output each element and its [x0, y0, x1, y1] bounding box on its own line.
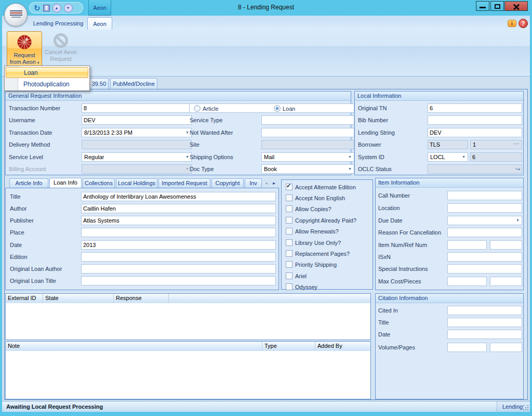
tab-copyright[interactable]: Copyright	[211, 178, 244, 188]
tab-local-holdings[interactable]: Local Holdings	[116, 178, 157, 188]
author-label: Author	[10, 205, 26, 212]
service-level-combo[interactable]: Regular▾	[82, 152, 192, 162]
cancel-aeon-label-line2: Request	[44, 56, 78, 62]
borrower-lookup-button[interactable]: ⋯	[512, 140, 521, 149]
tab-scroll-left-icon[interactable]: ◂	[263, 180, 270, 187]
username-input[interactable]	[82, 115, 192, 125]
close-button[interactable]	[504, 1, 528, 11]
maximize-button[interactable]	[490, 1, 504, 11]
checkbox-accept-alternate-edition[interactable]	[286, 184, 292, 190]
due-date-combo[interactable]: ▾	[447, 216, 522, 225]
checkbox-ariel[interactable]	[286, 272, 292, 279]
transaction-date-combo[interactable]: 8/13/2013 2:33 PM▾	[82, 128, 192, 137]
not-wanted-after-input[interactable]	[261, 128, 354, 137]
combo-arrow-icon[interactable]: ▾	[347, 165, 353, 173]
checkbox-odyssey[interactable]	[286, 283, 292, 290]
combo-arrow-icon[interactable]: ▾	[460, 153, 467, 161]
checkbox-allow-renewals[interactable]	[286, 228, 292, 235]
location-input[interactable]	[447, 203, 522, 213]
column-header-state[interactable]: State	[43, 294, 114, 303]
help-icon[interactable]: ?	[518, 19, 528, 28]
original-tn-input[interactable]	[428, 103, 522, 113]
menu-item-photoduplication[interactable]: Photoduplication	[6, 79, 88, 90]
doc-tab-z3950[interactable]: 39.50	[89, 78, 109, 89]
checkbox-library-use-only[interactable]	[286, 239, 292, 246]
tab-loan-info[interactable]: Loan Info	[49, 178, 82, 188]
pages-input[interactable]	[490, 343, 522, 352]
original-loan-author-input[interactable]	[81, 264, 276, 274]
column-header-type[interactable]: Type	[262, 342, 315, 351]
date-input[interactable]	[81, 240, 276, 250]
lending-request-window: 8 - Lending Request ↻ ▲ ▼ Aeon Lending P…	[0, 0, 532, 416]
minimize-button[interactable]	[476, 1, 489, 11]
ribbon-tab-lending-processing[interactable]: Lending Processing	[30, 17, 86, 30]
request-from-aeon-button[interactable]: Request from Aeon ▾	[7, 31, 42, 69]
place-input[interactable]	[81, 228, 276, 237]
checkbox-label: Ariel	[295, 273, 307, 279]
max-cost-input[interactable]	[447, 277, 487, 286]
tab-article-info[interactable]: Article Info	[9, 178, 48, 188]
publisher-input[interactable]	[81, 216, 276, 225]
contextual-tab-group-label: Aeon	[88, 0, 111, 16]
title-label: Title	[10, 193, 20, 200]
group-item-information: Item Information Call Number Location Du…	[375, 178, 524, 290]
menu-item-loan[interactable]: Loan	[6, 67, 88, 78]
shipping-options-combo[interactable]: Mail▾	[261, 152, 354, 162]
reason-for-cancellation-input[interactable]	[447, 228, 522, 237]
about-info-icon[interactable]: i	[508, 20, 516, 27]
column-header-note[interactable]: Note	[6, 342, 262, 351]
external-table-header: External ID State Response	[6, 294, 370, 303]
checkbox-allow-copies[interactable]	[286, 205, 292, 212]
resize-grip[interactable]	[523, 405, 528, 410]
item-num-input[interactable]	[447, 240, 487, 250]
checkbox-copyright-already-paid[interactable]	[286, 217, 292, 224]
tab-overflow-inv[interactable]: Inv	[245, 178, 262, 188]
checkbox-priority-shipping[interactable]	[286, 261, 292, 268]
borrower-code-input	[428, 140, 468, 149]
call-number-input[interactable]	[447, 191, 522, 200]
refresh-icon[interactable]: ↻	[34, 4, 41, 12]
column-header-added-by[interactable]: Added By	[315, 342, 370, 351]
ref-num-input[interactable]	[490, 240, 522, 250]
edition-input[interactable]	[81, 252, 276, 262]
citation-date-label: Date	[378, 331, 390, 337]
doc-tab-pubmed-docline[interactable]: PubMed/Docline	[110, 78, 157, 89]
special-instructions-input[interactable]	[447, 264, 522, 274]
title-input[interactable]	[81, 192, 276, 201]
citation-title-input[interactable]	[447, 318, 522, 327]
system-id-combo[interactable]: LOCL▾	[428, 152, 468, 162]
radio-article[interactable]	[194, 105, 201, 112]
ribbon-tab-aeon[interactable]: Aeon	[87, 17, 112, 30]
original-loan-title-input[interactable]	[81, 276, 276, 285]
combo-arrow-icon[interactable]: ▾	[347, 153, 353, 161]
volume-input[interactable]	[447, 343, 487, 352]
lending-string-input[interactable]	[428, 128, 522, 137]
isxn-input[interactable]	[447, 252, 522, 262]
tab-collections[interactable]: Collections	[83, 178, 115, 188]
transaction-number-input[interactable]	[82, 103, 192, 113]
radio-loan[interactable]	[274, 105, 281, 112]
checkbox-label: Allow Copies?	[295, 206, 331, 212]
edition-label: Edition	[10, 254, 28, 260]
author-input[interactable]	[81, 204, 276, 213]
cancel-aeon-label-line1: Cancel Aeon	[44, 49, 78, 56]
combo-arrow-icon[interactable]: ▾	[514, 216, 521, 225]
oclc-refresh-icon[interactable]: ↪	[514, 165, 521, 173]
tab-scroll-right-icon[interactable]: ▸	[271, 180, 277, 187]
doc-type-combo[interactable]: Book▾	[261, 164, 354, 174]
save-icon[interactable]	[43, 5, 50, 11]
move-up-icon[interactable]: ▲	[52, 4, 61, 12]
checkbox-accept-non-english[interactable]	[286, 194, 292, 201]
column-header-external-id[interactable]: External ID	[6, 294, 43, 303]
group-title: Local Information	[355, 92, 523, 101]
checkbox-replacement-pages[interactable]	[286, 250, 292, 257]
column-header-response[interactable]: Response	[114, 294, 169, 303]
move-down-icon[interactable]: ▼	[64, 4, 73, 12]
bib-number-input[interactable]	[428, 115, 522, 125]
citation-date-input[interactable]	[447, 330, 522, 339]
cited-in-input[interactable]	[447, 306, 522, 315]
tab-imported-request[interactable]: Imported Request	[158, 178, 210, 188]
pieces-input[interactable]	[490, 277, 522, 286]
application-menu-button[interactable]	[4, 3, 28, 27]
service-type-input[interactable]	[261, 115, 354, 125]
